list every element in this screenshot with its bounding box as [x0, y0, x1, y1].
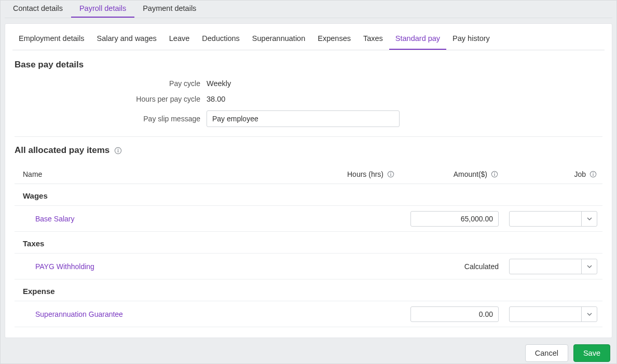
pay-item-job [509, 259, 602, 274]
base-pay-section: Base pay details Pay cycle Weekly Hours … [15, 60, 602, 137]
job-select-value [510, 307, 581, 321]
sub-tab[interactable]: Expenses [311, 27, 357, 50]
pay-item-link[interactable]: PAYG Withholding [35, 262, 296, 271]
info-icon[interactable] [114, 146, 122, 155]
col-hours: Hours (hrs) [296, 170, 405, 178]
info-icon[interactable] [589, 170, 597, 178]
pay-item-link[interactable]: Superannuation Guarantee [35, 310, 296, 318]
sub-tab[interactable]: Superannuation [246, 27, 311, 50]
cancel-button[interactable]: Cancel [525, 344, 568, 362]
footer-actions: Cancel Save [5, 344, 612, 362]
col-hours-label: Hours (hrs) [347, 170, 383, 178]
pay-item-amount [405, 211, 509, 227]
panel: Employment detailsSalary and wagesLeaveD… [5, 23, 612, 338]
chevron-down-icon[interactable] [581, 212, 597, 226]
top-tab[interactable]: Payroll details [71, 0, 134, 18]
svg-point-1 [117, 148, 118, 149]
hours-per-cycle-row: Hours per pay cycle 38.00 [15, 95, 602, 103]
chevron-down-icon[interactable] [581, 259, 597, 274]
pay-cycle-label: Pay cycle [15, 79, 207, 88]
base-pay-title: Base pay details [15, 60, 602, 70]
sub-tabs: Employment detailsSalary and wagesLeaveD… [12, 24, 605, 50]
group-header: Expense [15, 279, 602, 301]
allocated-title: All allocated pay items [15, 145, 602, 156]
svg-rect-2 [118, 150, 119, 152]
pay-item-link[interactable]: Base Salary [35, 215, 296, 223]
job-select[interactable] [509, 306, 597, 322]
amount-input[interactable] [410, 306, 499, 322]
pay-cycle-row: Pay cycle Weekly [15, 79, 602, 88]
top-tabs: Contact detailsPayroll detailsPayment de… [5, 1, 612, 18]
table-header: Name Hours (hrs) Amount($) Job [15, 165, 602, 184]
allocated-title-text: All allocated pay items [15, 145, 109, 156]
group-header: Wages [15, 184, 602, 206]
pay-item-row: Superannuation Guarantee [15, 301, 602, 327]
info-icon[interactable] [490, 170, 499, 178]
job-select-value [510, 259, 581, 274]
pay-item-job [509, 211, 602, 227]
col-job: Job [509, 170, 602, 178]
job-select-value [510, 212, 581, 226]
svg-rect-5 [390, 174, 391, 176]
hours-per-cycle-label: Hours per pay cycle [15, 95, 207, 103]
info-icon[interactable] [387, 170, 395, 178]
svg-rect-8 [494, 174, 495, 176]
amount-text: Calculated [464, 262, 499, 271]
payslip-message-row: Pay slip message [15, 110, 602, 127]
sub-tab[interactable]: Deductions [196, 27, 246, 50]
hours-per-cycle-value: 38.00 [207, 95, 225, 103]
svg-point-4 [390, 173, 391, 174]
sub-tab[interactable]: Salary and wages [91, 27, 163, 50]
chevron-down-icon[interactable] [581, 307, 597, 321]
job-select[interactable] [509, 259, 597, 274]
top-tab[interactable]: Payment details [134, 0, 204, 18]
svg-point-7 [494, 173, 495, 174]
sub-tab[interactable]: Pay history [446, 27, 496, 50]
group-header: Taxes [15, 232, 602, 254]
pay-item-job [509, 306, 602, 322]
payslip-message-label: Pay slip message [15, 115, 207, 123]
col-amount-label: Amount($) [454, 170, 487, 178]
job-select[interactable] [509, 211, 597, 227]
amount-input[interactable] [410, 211, 499, 227]
svg-point-10 [593, 173, 594, 174]
sub-tab[interactable]: Standard pay [389, 27, 446, 50]
sub-tab[interactable]: Taxes [357, 27, 389, 50]
pay-item-amount [405, 306, 509, 322]
svg-rect-11 [593, 174, 593, 176]
col-name: Name [23, 170, 296, 178]
pay-item-row: PAYG WithholdingCalculated [15, 254, 602, 279]
save-button[interactable]: Save [573, 344, 610, 362]
top-tab[interactable]: Contact details [5, 0, 71, 18]
payslip-message-input[interactable] [207, 110, 400, 127]
sub-tab[interactable]: Leave [163, 27, 196, 50]
pay-item-row: Base Salary [15, 206, 602, 232]
pay-cycle-value: Weekly [207, 79, 231, 88]
sub-tab[interactable]: Employment details [12, 27, 91, 50]
col-amount: Amount($) [405, 170, 509, 178]
col-job-label: Job [574, 170, 586, 178]
pay-item-amount: Calculated [405, 262, 509, 271]
